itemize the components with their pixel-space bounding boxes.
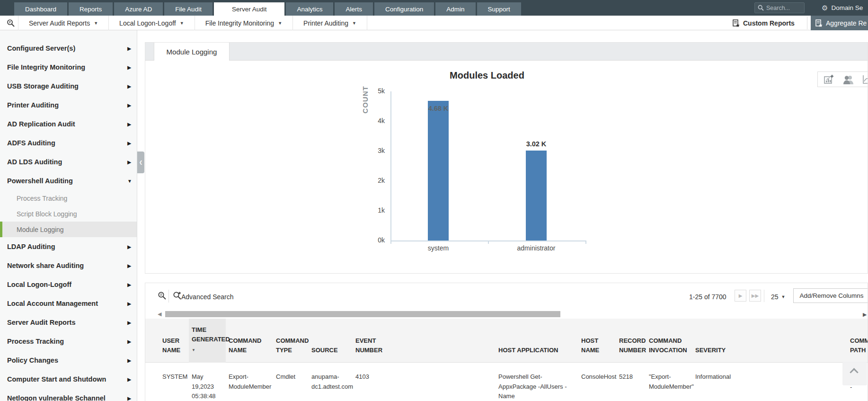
column-header-command-name[interactable]: COMMAND NAME	[226, 319, 273, 363]
sidebar-item-policy-changes[interactable]: Policy Changes▶	[0, 351, 137, 370]
chevron-right-icon: ▶	[127, 301, 131, 306]
aggregate-reports-button[interactable]: Aggregate Re	[811, 16, 868, 30]
menu-label: Printer Auditing	[303, 19, 348, 27]
column-header-user-name[interactable]: USER NAME	[159, 319, 189, 363]
add-report-icon[interactable]	[824, 74, 835, 85]
sidebar-subitem-process-tracking[interactable]: Process Tracking	[0, 190, 137, 206]
chevron-right-icon: ▶	[127, 339, 131, 344]
cell-command-type: Cmdlet	[273, 363, 309, 401]
sidebar-item-local-account-management[interactable]: Local Account Management▶	[0, 294, 137, 313]
nav-tab-analytics[interactable]: Analytics	[286, 2, 333, 16]
column-header-command-path[interactable]: COMMAND PATH	[847, 319, 868, 363]
menu-label: File Integrity Monitoring	[205, 19, 275, 27]
chart-zoom-icon[interactable]	[862, 74, 868, 85]
chart-y-axis-label: COUNT	[361, 81, 369, 119]
global-search[interactable]	[754, 2, 805, 13]
top-nav-bar: Dashboard Reports Azure AD File Audit Se…	[0, 0, 868, 16]
chevron-right-icon: ▶	[127, 103, 131, 108]
sidebar-item-ad-replication-audit[interactable]: AD Replication Audit▶	[0, 115, 137, 134]
chevron-down-icon: ▼	[127, 178, 132, 184]
sidebar-item-powershell-auditing[interactable]: Powershell Auditing▼	[0, 171, 137, 190]
sidebar-item-network-share-auditing[interactable]: Network share Auditing▶	[0, 256, 137, 275]
next-page-button[interactable]: ▶	[735, 290, 746, 302]
menu-label: Local Logon-Logoff	[119, 19, 176, 27]
x-axis-tick	[585, 241, 586, 244]
cell-record-number: 5218	[616, 363, 646, 401]
horizontal-scrollbar-thumb[interactable]	[165, 311, 560, 317]
add-remove-columns-button[interactable]: Add/Remove Columns	[793, 288, 868, 303]
last-page-button[interactable]: ▶▶	[749, 290, 761, 302]
nav-tab-alerts[interactable]: Alerts	[335, 2, 373, 16]
cell-source: anupama-dc1.adtest.com	[309, 363, 353, 401]
report-search-icon[interactable]	[4, 19, 18, 27]
sidebar-item-printer-auditing[interactable]: Printer Auditing▶	[0, 96, 137, 115]
menu-printer-auditing[interactable]: Printer Auditing ▼	[293, 16, 367, 30]
nav-tab-dashboard[interactable]: Dashboard	[14, 2, 67, 16]
sidebar-item-ad-lds-auditing[interactable]: AD LDS Auditing▶	[0, 152, 137, 171]
column-header-host-application[interactable]: HOST APPLICATION	[496, 319, 578, 363]
advanced-search-icon[interactable]	[173, 291, 182, 300]
cell-time-generated: May 19,2023 05:38:48	[189, 363, 226, 401]
nav-tab-azure-ad[interactable]: Azure AD	[114, 2, 163, 16]
panel-tab-strip: Module Logging	[145, 43, 868, 61]
sidebar-subitem-script-block-logging[interactable]: Script Block Logging	[0, 206, 137, 222]
global-search-input[interactable]	[766, 5, 799, 11]
bar-system[interactable]	[428, 101, 449, 241]
menu-file-integrity-monitoring[interactable]: File Integrity Monitoring ▼	[195, 16, 293, 30]
divider	[764, 290, 764, 302]
domain-settings-button[interactable]: ⚙ Domain Se	[822, 0, 863, 16]
nav-tab-admin[interactable]: Admin	[435, 2, 475, 16]
sidebar-collapse-handle[interactable]: ❮	[137, 151, 144, 173]
sort-desc-icon[interactable]: ▼	[192, 346, 222, 355]
chevron-down-icon: ▼	[94, 21, 98, 26]
column-header-event-number[interactable]: EVENT NUMBER	[353, 319, 496, 363]
y-tick: 4k	[356, 117, 385, 125]
main-nav-tabs: Dashboard Reports Azure AD File Audit Se…	[14, 2, 521, 16]
table-search-icon[interactable]	[158, 291, 167, 300]
gear-icon: ⚙	[822, 4, 828, 11]
sidebar-item-file-integrity-monitoring[interactable]: File Integrity Monitoring▶	[0, 58, 137, 77]
nav-tab-support[interactable]: Support	[477, 2, 521, 16]
chevron-right-icon: ▶	[127, 46, 131, 51]
tab-module-logging[interactable]: Module Logging	[154, 43, 230, 61]
sidebar-item-netlogon-vulnerable-schannel[interactable]: Netlogon vulnerable Schannel▶	[0, 389, 137, 401]
nav-tab-configuration[interactable]: Configuration	[374, 2, 434, 16]
cell-user-name: SYSTEM	[159, 363, 189, 401]
sidebar-item-configured-servers[interactable]: Configured Server(s)▶	[0, 39, 137, 58]
column-header-command-invocation[interactable]: COMMAND INVOCATION	[646, 319, 692, 363]
nav-tab-reports[interactable]: Reports	[69, 2, 113, 16]
menu-server-audit-reports[interactable]: Server Audit Reports ▼	[18, 16, 109, 30]
page-size-select[interactable]: 25 ▼	[771, 293, 786, 301]
sidebar-item-adfs-auditing[interactable]: ADFS Auditing▶	[0, 134, 137, 152]
sidebar-item-process-tracking[interactable]: Process Tracking▶	[0, 332, 137, 351]
y-tick: 5k	[356, 87, 385, 95]
sidebar-item-local-logon-logoff[interactable]: Local Logon-Logoff▶	[0, 275, 137, 294]
scroll-right-arrow[interactable]: ▶	[863, 312, 867, 318]
sidebar-item-computer-start-and-shutdown[interactable]: Computer Start and Shutdown▶	[0, 370, 137, 389]
sidebar-item-usb-storage-auditing[interactable]: USB Storage Auditing▶	[0, 77, 137, 96]
nav-tab-file-audit[interactable]: File Audit	[164, 2, 213, 16]
nav-tab-server-audit[interactable]: Server Audit	[214, 2, 285, 16]
column-header-record-number[interactable]: RECORD NUMBER	[616, 319, 646, 363]
column-header-command-type[interactable]: COMMAND TYPE	[273, 319, 309, 363]
column-header-host-name[interactable]: HOST NAME	[578, 319, 616, 363]
sidebar-subitem-module-logging[interactable]: Module Logging	[0, 222, 137, 237]
menu-local-logon-logoff[interactable]: Local Logon-Logoff ▼	[109, 16, 195, 30]
adaudit-app-window: Dashboard Reports Azure AD File Audit Se…	[0, 0, 868, 401]
y-tick: 3k	[356, 147, 385, 154]
advanced-search-label[interactable]: Advanced Search	[181, 293, 234, 301]
column-header-time-generated[interactable]: TIME GENERATED▼	[189, 319, 226, 363]
scroll-left-arrow[interactable]: ◀	[158, 311, 161, 317]
cell-severity: Informational	[692, 363, 847, 401]
users-icon[interactable]	[842, 74, 855, 85]
y-tick: 2k	[356, 177, 385, 184]
chevron-right-icon: ▶	[127, 65, 131, 70]
custom-reports-button[interactable]: Custom Reports	[733, 16, 795, 30]
sidebar-item-server-audit-reports[interactable]: Server Audit Reports▶	[0, 313, 137, 332]
column-header-severity[interactable]: SEVERITY	[692, 319, 847, 363]
report-table-panel: Advanced Search 1-25 of 7700 ▶ ▶▶ 25 ▼ A…	[145, 283, 868, 401]
bar-administrator[interactable]	[526, 151, 547, 241]
sidebar-item-ldap-auditing[interactable]: LDAP Auditing▶	[0, 237, 137, 256]
column-header-source[interactable]: SOURCE	[309, 319, 353, 363]
chart-title: Modules Loaded	[416, 70, 558, 81]
